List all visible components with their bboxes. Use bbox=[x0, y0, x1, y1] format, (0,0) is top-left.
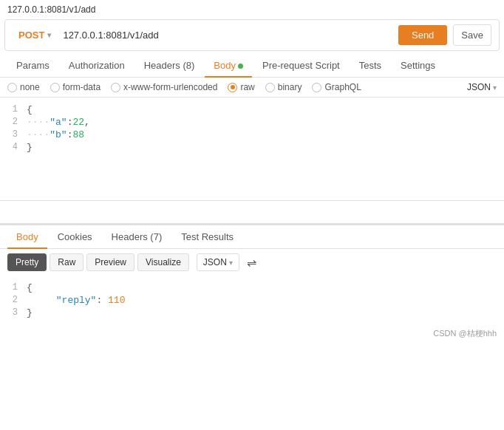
radio-formdata-icon bbox=[50, 83, 60, 92]
json-dropdown-chevron-icon: ▾ bbox=[493, 83, 497, 92]
response-json-dropdown[interactable]: JSON ▾ bbox=[197, 253, 239, 271]
req-line-3: 3 ····"b":88 bbox=[0, 129, 504, 141]
format-raw-btn[interactable]: Raw bbox=[50, 253, 84, 271]
tab-headers[interactable]: Headers (8) bbox=[135, 54, 204, 77]
response-format-row: Pretty Raw Preview Visualize JSON ▾ ⇌ bbox=[0, 249, 504, 276]
wrap-icon[interactable]: ⇌ bbox=[247, 256, 256, 270]
tab-params[interactable]: Params bbox=[7, 54, 58, 77]
resp-line-1: 1 { bbox=[0, 281, 504, 294]
format-preview-btn[interactable]: Preview bbox=[86, 253, 134, 271]
method-select[interactable]: POST ▾ bbox=[13, 27, 57, 44]
tab-prerequest[interactable]: Pre-request Script bbox=[253, 54, 349, 77]
resp-line-3: 3 } bbox=[0, 307, 504, 319]
req-line-1: 1 { bbox=[0, 103, 504, 116]
request-body-editor[interactable]: 1 { 2 ····"a":22, 3 ····"b":88 4 } bbox=[0, 98, 504, 201]
body-tab-dot bbox=[238, 64, 243, 69]
tab-tests[interactable]: Tests bbox=[350, 54, 390, 77]
body-options-row: none form-data x-www-form-urlencoded raw… bbox=[0, 78, 504, 98]
response-body-editor: 1 { 2 "reply": 110 3 } bbox=[0, 276, 504, 325]
req-line-2: 2 ····"a":22, bbox=[0, 116, 504, 129]
save-button[interactable]: Save bbox=[453, 24, 491, 46]
spacer bbox=[0, 201, 504, 223]
radio-raw-icon bbox=[228, 83, 237, 92]
option-binary[interactable]: binary bbox=[265, 82, 302, 92]
tab-authorization[interactable]: Authorization bbox=[60, 54, 134, 77]
format-visualize-btn[interactable]: Visualize bbox=[137, 253, 189, 271]
watermark: CSDN @桔梗hhh bbox=[0, 325, 504, 342]
option-urlencoded[interactable]: x-www-form-urlencoded bbox=[111, 82, 217, 92]
method-chevron-icon: ▾ bbox=[47, 31, 51, 39]
resp-dropdown-chevron-icon: ▾ bbox=[229, 259, 233, 267]
url-input[interactable] bbox=[63, 30, 392, 41]
send-button[interactable]: Send bbox=[398, 25, 447, 45]
request-row: POST ▾ Send Save bbox=[4, 19, 500, 51]
option-formdata[interactable]: form-data bbox=[50, 82, 101, 92]
radio-graphql-icon bbox=[312, 83, 321, 92]
resp-tab-testresults[interactable]: Test Results bbox=[172, 225, 242, 248]
top-url-label: 127.0.0.1:8081/v1/add bbox=[0, 0, 504, 19]
radio-binary-icon bbox=[265, 83, 275, 92]
tab-body[interactable]: Body bbox=[205, 54, 252, 77]
tab-settings[interactable]: Settings bbox=[392, 54, 444, 77]
response-tabs: Body Cookies Headers (7) Test Results bbox=[0, 225, 504, 249]
method-label: POST bbox=[18, 30, 44, 41]
req-line-4: 4 } bbox=[0, 141, 504, 154]
resp-tab-body[interactable]: Body bbox=[7, 225, 47, 248]
option-raw[interactable]: raw bbox=[228, 82, 254, 92]
request-tabs: Params Authorization Headers (8) Body Pr… bbox=[0, 54, 504, 78]
resp-tab-cookies[interactable]: Cookies bbox=[49, 225, 101, 248]
resp-line-2: 2 "reply": 110 bbox=[0, 294, 504, 307]
resp-tab-headers[interactable]: Headers (7) bbox=[103, 225, 171, 248]
radio-none-icon bbox=[7, 83, 17, 92]
option-none[interactable]: none bbox=[7, 82, 40, 92]
response-section: Body Cookies Headers (7) Test Results Pr… bbox=[0, 223, 504, 342]
format-pretty-btn[interactable]: Pretty bbox=[7, 253, 47, 271]
radio-urlencoded-icon bbox=[111, 83, 120, 92]
json-format-dropdown[interactable]: JSON ▾ bbox=[467, 82, 497, 92]
option-graphql[interactable]: GraphQL bbox=[312, 82, 361, 92]
